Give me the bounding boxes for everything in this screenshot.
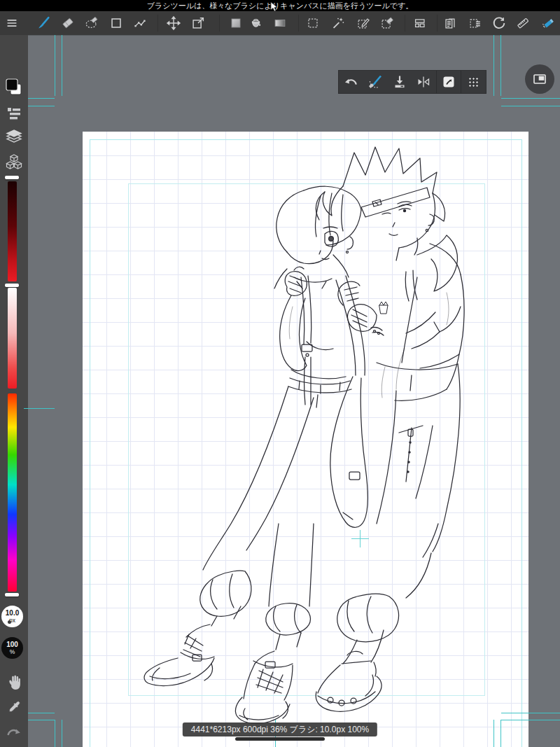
polyline-tool-button[interactable]: [128, 11, 152, 35]
layers-button[interactable]: [0, 127, 28, 148]
float-save-button[interactable]: [387, 71, 412, 93]
guide-line-vertical-right-outer: [500, 35, 501, 96]
left-sidebar: 10.0 px 100 %: [0, 35, 28, 747]
move-tool-button[interactable]: [162, 11, 186, 35]
mouse-cursor-icon: [270, 1, 278, 12]
panel-divide-icon: [412, 15, 428, 31]
snapshot-icon: [440, 74, 457, 90]
hide-ui-button[interactable]: [525, 64, 554, 94]
canvas-center-cross: [360, 530, 360, 547]
guide-line-horizontal-bottom-outer: [501, 720, 560, 720]
guide-line-horizontal-top-inner: [28, 106, 55, 106]
hand-icon: [6, 673, 22, 692]
guide-line-vertical-left-outer: [55, 720, 55, 747]
select-menu-tool-button[interactable]: [463, 11, 487, 35]
guide-line-vertical-right-inner: [493, 35, 494, 96]
guide-line-horizontal-top-outer: [501, 98, 560, 99]
redo-icon: [5, 724, 23, 741]
status-text: 4441*6213px 600dpi 36% ブラシ: 10.0px 100%: [191, 725, 369, 734]
tooltip-text: ブラシツールは、様々なブラシによりキャンバスに描画を行うツールです。: [147, 1, 413, 10]
transform-tool-button[interactable]: [186, 11, 210, 35]
shade-slider[interactable]: [8, 181, 17, 281]
guide-line-horizontal-bottom-inner: [28, 713, 55, 713]
pages-tool-button[interactable]: [438, 11, 462, 35]
panel-divide-tool-button[interactable]: [408, 11, 432, 35]
float-snapshot-button[interactable]: [437, 71, 461, 93]
magic-wand-tool-button[interactable]: [326, 11, 350, 35]
fill-bucket-tool-button[interactable]: [244, 11, 268, 35]
guide-line-horizontal-top-inner: [501, 106, 560, 106]
select-pen-icon: [356, 15, 371, 31]
select-menu-icon: [468, 15, 483, 31]
guide-line-horizontal-top-outer: [28, 98, 55, 99]
guide-line-vertical-left-outer: [55, 35, 55, 96]
eraser-icon: [60, 15, 76, 31]
saturation-slider[interactable]: [8, 288, 17, 389]
eyedropper-icon: [6, 699, 22, 716]
artwork-line-drawing: [83, 132, 528, 747]
brush-size-indicator[interactable]: 10.0 px: [1, 606, 23, 627]
flip-horizontal-icon: [415, 74, 432, 90]
menu-icon: [4, 15, 20, 31]
floating-toolbar: [338, 70, 486, 94]
pip-icon: [531, 70, 549, 88]
hand-tool-button[interactable]: [0, 672, 28, 693]
lasso-eraser-icon: [84, 15, 99, 31]
magic-wand-icon: [330, 15, 346, 31]
guide-line-vertical-left-inner: [62, 35, 62, 96]
shape-rect-tool-button[interactable]: [104, 11, 128, 35]
select-eraser-icon: [379, 15, 395, 31]
transform-icon: [190, 15, 206, 31]
select-rect-icon: [305, 15, 321, 31]
shade-slider-handle[interactable]: [5, 176, 19, 179]
guide-line-vertical-right-outer: [500, 720, 501, 747]
ruler-icon: [515, 15, 531, 31]
ruler-tool-button[interactable]: [511, 11, 535, 35]
materials-icon: [5, 153, 23, 171]
tooltip-bar: ブラシツールは、様々なブラシによりキャンバスに描画を行うツールです。: [0, 0, 560, 11]
guide-line-vertical-right-inner: [493, 720, 494, 747]
pen-cursor-dot: [8, 620, 11, 624]
menu-button[interactable]: [0, 11, 24, 35]
main-toolbar: [0, 11, 560, 35]
brush-list-button[interactable]: [0, 104, 28, 123]
guide-line-horizontal-bottom-inner: [501, 713, 560, 713]
rotate-canvas-button[interactable]: [487, 11, 511, 35]
materials-button[interactable]: [0, 151, 28, 172]
brush-tool-button[interactable]: [31, 11, 55, 35]
gradient-tool-button[interactable]: [268, 11, 292, 35]
gradient-icon: [272, 15, 288, 31]
drag-handle-dots-icon: [468, 76, 479, 88]
opacity-unit: %: [10, 649, 15, 655]
select-pen-tool-button[interactable]: [351, 11, 375, 35]
select-eraser-tool-button[interactable]: [375, 11, 399, 35]
save-icon: [391, 74, 408, 90]
lasso-eraser-tool-button[interactable]: [80, 11, 104, 35]
guide-line-horizontal-center: [24, 408, 55, 409]
saturation-slider-handle[interactable]: [5, 284, 19, 287]
home-indicator[interactable]: [235, 737, 325, 741]
brush-icon: [36, 15, 51, 31]
float-brush-eraser-toggle-button[interactable]: [363, 71, 388, 93]
eraser-tool-button[interactable]: [56, 11, 80, 35]
redo-button[interactable]: [0, 722, 28, 743]
opacity-indicator[interactable]: 100 %: [1, 637, 23, 659]
float-flip-horizontal-button[interactable]: [412, 71, 436, 93]
shape-rect-icon: [108, 15, 124, 31]
opacity-value: 100: [6, 641, 18, 648]
fg-bg-color-swatch[interactable]: [0, 77, 28, 98]
eyedropper-tool-button[interactable]: [0, 697, 28, 718]
rotate-canvas-icon: [491, 15, 507, 31]
canvas-page[interactable]: [83, 132, 528, 747]
hue-slider-handle[interactable]: [5, 593, 19, 596]
workspace[interactable]: [28, 35, 560, 747]
undo-icon: [342, 74, 359, 90]
brush-size-value: 10.0: [6, 610, 19, 617]
select-rect-tool-button[interactable]: [301, 11, 325, 35]
airbrush-icon: [540, 15, 556, 31]
float-undo-button[interactable]: [339, 71, 363, 93]
hue-slider[interactable]: [8, 393, 17, 592]
airbrush-tool-button[interactable]: [536, 11, 560, 35]
fill-bucket-icon: [248, 15, 264, 31]
float-drag-handle[interactable]: [461, 71, 486, 93]
